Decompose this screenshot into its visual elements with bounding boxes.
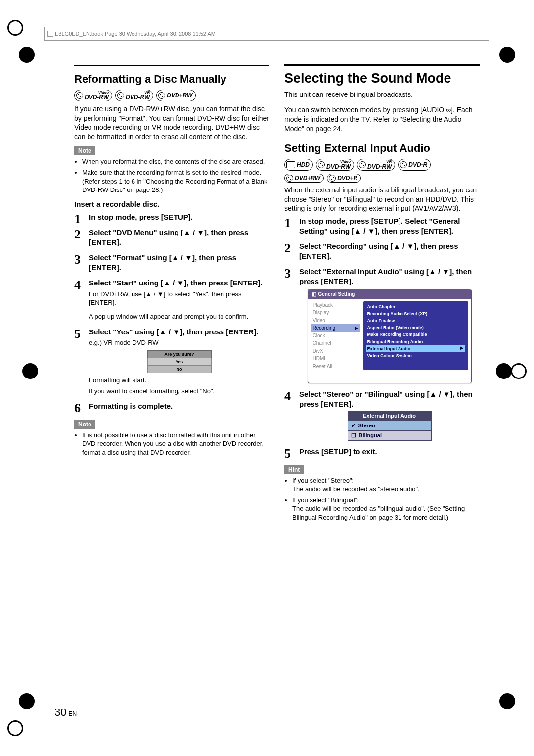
radio-option-stereo: ✔Stereo bbox=[348, 421, 432, 431]
printer-mark bbox=[7, 20, 23, 36]
sound-mode-intro1: This unit can receive bilingual broadcas… bbox=[284, 90, 480, 99]
menu-right-pane: Auto Chapter Recording Audio Select (XP)… bbox=[363, 301, 468, 371]
menu-right-item: Auto Chapter bbox=[366, 303, 465, 310]
printer-mark bbox=[511, 363, 527, 379]
step-6: Formatting is complete. bbox=[74, 401, 269, 411]
menu-right-item: Make Recording Compatible bbox=[366, 331, 465, 338]
printer-mark bbox=[7, 720, 23, 736]
printer-mark bbox=[499, 693, 515, 709]
right-steps: In stop mode, press [SETUP]. Select "Gen… bbox=[284, 216, 480, 456]
hints-list: If you select "Stereo": The audio will b… bbox=[284, 476, 480, 522]
menu-left-item: Playback bbox=[311, 301, 360, 309]
printer-mark bbox=[22, 363, 38, 379]
notes-list: When you reformat the disc, the contents… bbox=[74, 157, 269, 194]
disc-icon-dvd-plus-rw: DVD+RW bbox=[284, 174, 324, 183]
step-4-sub2: A pop up window will appear and prompt y… bbox=[89, 313, 248, 320]
ext-input-audio-options: External Input Audio ✔Stereo ☐Bilingual bbox=[348, 411, 432, 441]
menu-left-item: Channel bbox=[311, 339, 360, 347]
step-5-after1: Formatting will start. bbox=[89, 376, 269, 385]
menu-left-item: Clock bbox=[311, 332, 360, 340]
check-icon: ✔ bbox=[351, 422, 356, 429]
menu-left-pane: Playback Display Video Recording ▶ Clock… bbox=[311, 301, 360, 371]
unchecked-icon: ☐ bbox=[351, 432, 356, 439]
step-5: Select "Yes" using [▲ / ▼], then press [… bbox=[74, 327, 269, 396]
hint-item: If you select "Bilingual": The audio wil… bbox=[292, 496, 480, 522]
confirm-dialog: Are you sure? Yes No bbox=[147, 350, 212, 373]
intro-paragraph: If you are using a DVD-RW/+RW disc, you … bbox=[74, 104, 269, 142]
step-1: In stop mode, press [SETUP]. bbox=[74, 212, 269, 222]
printer-mark bbox=[19, 47, 35, 63]
hint-item: If you select "Stereo": The audio will b… bbox=[292, 476, 480, 494]
menu-title: General Setting bbox=[308, 289, 471, 299]
menu-left-item-active: Recording ▶ bbox=[311, 324, 360, 332]
disc-icon-dvd-rw-vr: VRDVD-RW bbox=[115, 90, 153, 101]
step-4: Select "Stereo" or "Bilingual" using [▲ … bbox=[284, 389, 480, 441]
step-2: Select "DVD Menu" using [▲ / ▼], then pr… bbox=[74, 228, 269, 247]
page-number: 30EN bbox=[54, 706, 77, 719]
subsection-heading-ext-input-audio: Setting External Input Audio bbox=[284, 141, 480, 156]
menu-right-item: Bilingual Recording Audio bbox=[366, 338, 465, 345]
menu-left-item: Reset All bbox=[311, 363, 360, 371]
sound-mode-intro2: You can switch between modes by pressing… bbox=[284, 105, 480, 134]
step-5: Press [SETUP] to exit. bbox=[284, 447, 480, 457]
step-5-example-label: e.g.) VR mode DVD-RW bbox=[89, 338, 269, 347]
menu-left-item: Display bbox=[311, 309, 360, 317]
settings-menu-screenshot: General Setting Playback Display Video R… bbox=[308, 289, 472, 383]
disc-icon-hdd: HDD bbox=[284, 159, 313, 171]
notes-list-2: It is not possible to use a disc formatt… bbox=[74, 431, 269, 457]
disc-icon-dvd-rw-vr: VRDVD-RW bbox=[357, 159, 395, 171]
disc-icon-dvd-rw-video: VideoDVD-RW bbox=[316, 159, 354, 171]
dialog-option-no: No bbox=[147, 366, 212, 373]
printer-mark bbox=[496, 363, 512, 379]
note-label: Note bbox=[74, 420, 95, 429]
disc-icon-dvd-plus-rw: DVD+RW bbox=[156, 90, 196, 101]
menu-right-item-active: External Input Audio bbox=[366, 345, 465, 352]
disc-icon-dvd-rw-video: VideoDVD-RW bbox=[74, 90, 112, 101]
right-column: Selecting the Sound Mode This unit can r… bbox=[284, 64, 480, 526]
left-steps: In stop mode, press [SETUP]. Select "DVD… bbox=[74, 212, 269, 411]
menu-right-item: Video Colour System bbox=[366, 352, 465, 359]
step-4-sub: For DVD+RW, use [▲ / ▼] to select "Yes",… bbox=[89, 290, 241, 307]
dialog-option-yes: Yes bbox=[147, 358, 212, 366]
insert-disc-instruction: Insert a recordable disc. bbox=[74, 199, 269, 209]
radio-box-title: External Input Audio bbox=[348, 411, 432, 421]
disc-icon-dvd-plus-r: DVD+R bbox=[327, 174, 361, 183]
disc-compat-row-2: DVD+RW DVD+R bbox=[284, 174, 480, 183]
menu-right-item: Auto Finalise bbox=[366, 317, 465, 324]
menu-right-item: Aspect Ratio (Video mode) bbox=[366, 324, 465, 331]
note-item: When you reformat the disc, the contents… bbox=[82, 157, 269, 166]
note-item: Make sure that the recording format is s… bbox=[82, 168, 269, 194]
section-heading-sound-mode: Selecting the Sound Mode bbox=[284, 69, 480, 87]
radio-option-bilingual: ☐Bilingual bbox=[348, 431, 432, 441]
dialog-title: Are you sure? bbox=[147, 350, 212, 358]
note-item: It is not possible to use a disc formatt… bbox=[82, 431, 269, 457]
disc-compat-row: HDD VideoDVD-RW VRDVD-RW DVD-R bbox=[284, 159, 480, 171]
printer-mark bbox=[19, 693, 35, 709]
ext-input-intro: When the external input audio is a bilin… bbox=[284, 186, 480, 214]
step-5-after2: If you want to cancel formatting, select… bbox=[89, 387, 269, 396]
disc-icon-dvd-r: DVD-R bbox=[398, 159, 431, 171]
menu-left-item: Video bbox=[311, 317, 360, 325]
step-1: In stop mode, press [SETUP]. Select "Gen… bbox=[284, 216, 480, 236]
step-4: Select "Start" using [▲ / ▼], then press… bbox=[74, 278, 269, 321]
source-file-header: E3LG0ED_EN.book Page 30 Wednesday, April… bbox=[44, 27, 490, 41]
step-3: Select "External Input Audio" using [▲ /… bbox=[284, 267, 480, 383]
disc-compat-row: VideoDVD-RW VRDVD-RW DVD+RW bbox=[74, 90, 269, 101]
left-column: Reformatting a Disc Manually VideoDVD-RW… bbox=[74, 64, 269, 526]
hint-label: Hint bbox=[284, 465, 304, 474]
step-2: Select "Recording" using [▲ / ▼], then p… bbox=[284, 241, 480, 261]
menu-right-item: Recording Audio Select (XP) bbox=[366, 310, 465, 317]
note-label: Note bbox=[74, 146, 95, 155]
menu-left-item: HDMI bbox=[311, 355, 360, 363]
section-heading-reformatting: Reformatting a Disc Manually bbox=[74, 72, 269, 87]
menu-left-item: DivX bbox=[311, 347, 360, 355]
step-3: Select "Format" using [▲ / ▼], then pres… bbox=[74, 253, 269, 272]
printer-mark bbox=[499, 47, 515, 63]
content-columns: Reformatting a Disc Manually VideoDVD-RW… bbox=[74, 64, 480, 526]
